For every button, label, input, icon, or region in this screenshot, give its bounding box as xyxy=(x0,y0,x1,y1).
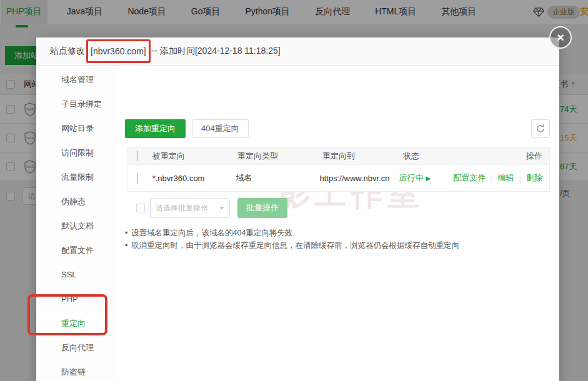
refresh-icon xyxy=(536,124,546,134)
edit-link[interactable]: 编辑 xyxy=(498,172,514,184)
note-line: 设置域名重定向后，该域名的404重定向将失效 xyxy=(125,227,550,239)
redirect-notes: 设置域名重定向后，该域名的404重定向将失效 取消重定向时，由于浏览器会缓存重定… xyxy=(125,227,550,252)
add-redirect-button[interactable]: 添加重定向 xyxy=(125,119,186,138)
col-type: 重定向类型 xyxy=(237,151,322,162)
sidebar-item-reverse-proxy[interactable]: 反向代理 xyxy=(36,335,114,360)
sidebar-item-domain-manage[interactable]: 域名管理 xyxy=(36,67,114,92)
site-modify-dialog: 站点修改 [nbvr360.com] -- 添加时间[2024-12-18 11… xyxy=(36,37,559,381)
sidebar-item-subdir-bind[interactable]: 子目录绑定 xyxy=(36,92,114,116)
sidebar-item-traffic-limit[interactable]: 流量限制 xyxy=(36,165,114,189)
sidebar-item-ssl[interactable]: SSL xyxy=(36,262,114,287)
dialog-sidebar: 域名管理 子目录绑定 网站目录 访问限制 流量限制 伪静态 默认文档 配置文件 … xyxy=(36,66,114,381)
separator: | xyxy=(519,174,521,183)
batch-checkbox[interactable] xyxy=(136,204,145,212)
row-actions: 配置文件 | 编辑 | 删除 xyxy=(453,172,549,184)
sidebar-item-anti-leech[interactable]: 防盗链 xyxy=(36,360,114,381)
play-icon: ▶ xyxy=(426,175,431,182)
sidebar-item-default-doc[interactable]: 默认文档 xyxy=(36,214,114,238)
close-dialog-button[interactable]: × xyxy=(549,26,572,49)
title-prefix: 站点修改 xyxy=(50,46,85,57)
redirect-row: *.nbvr360.com 域名 https://www.nbvr.cn 运行中… xyxy=(127,165,549,191)
sidebar-item-access-limit[interactable]: 访问限制 xyxy=(36,141,114,165)
redirect-panel: 影工作室 添加重定向 404重定向 被重定向 重定向类型 重定向到 状 xyxy=(114,66,559,381)
domain-annotation-box: [nbvr360.com] xyxy=(86,39,151,63)
sidebar-item-redirect[interactable]: 重定向 xyxy=(36,311,114,335)
separator: | xyxy=(491,174,492,183)
sidebar-item-config-file[interactable]: 配置文件 xyxy=(36,238,114,262)
sidebar-item-php[interactable]: PHP xyxy=(36,287,114,311)
col-target: 重定向到 xyxy=(322,151,403,162)
batch-operation-button[interactable]: 批量操作 xyxy=(237,198,287,218)
sidebar-item-rewrite[interactable]: 伪静态 xyxy=(36,189,114,214)
col-status: 状态 xyxy=(403,151,458,162)
redirect-table: 被重定向 重定向类型 重定向到 状态 操作 *.nbvr360.com 域名 h… xyxy=(127,147,550,192)
note-line: 取消重定向时，由于浏览器会缓存重定向信息，在清除缓存前，浏览器仍会根据缓存自动重… xyxy=(125,239,550,252)
delete-link[interactable]: 删除 xyxy=(526,172,542,184)
sidebar-item-site-dir[interactable]: 网站目录 xyxy=(36,116,114,141)
redirect-target: https://www.nbvr.cn xyxy=(320,174,399,183)
close-icon: × xyxy=(557,31,564,45)
title-suffix: -- 添加时间[2024-12-18 11:18:25] xyxy=(152,46,281,57)
title-domain: [nbvr360.com] xyxy=(91,46,146,56)
row-checkbox[interactable] xyxy=(137,173,138,184)
batch-operations-row: 请选择批量操作 批量操作 xyxy=(125,198,550,218)
chevron-down-icon xyxy=(219,207,224,210)
redirect-404-button[interactable]: 404重定向 xyxy=(192,119,249,138)
refresh-button[interactable] xyxy=(531,119,550,138)
batch-select-placeholder: 请选择批量操作 xyxy=(156,203,208,214)
status-badge: 运行中▶ xyxy=(399,172,454,184)
redirect-type: 域名 xyxy=(236,172,320,184)
redirect-table-header: 被重定向 重定向类型 重定向到 状态 操作 xyxy=(127,147,549,165)
redirect-source: *.nbvr360.com xyxy=(152,174,236,183)
dialog-title: 站点修改 [nbvr360.com] -- 添加时间[2024-12-18 11… xyxy=(36,37,559,66)
redirect-toolbar: 添加重定向 404重定向 xyxy=(125,119,550,138)
col-source: 被重定向 xyxy=(152,151,237,162)
config-file-link[interactable]: 配置文件 xyxy=(453,172,486,184)
col-actions: 操作 xyxy=(458,151,549,162)
select-all-checkbox[interactable] xyxy=(137,151,138,161)
batch-operation-select[interactable]: 请选择批量操作 xyxy=(150,198,230,218)
